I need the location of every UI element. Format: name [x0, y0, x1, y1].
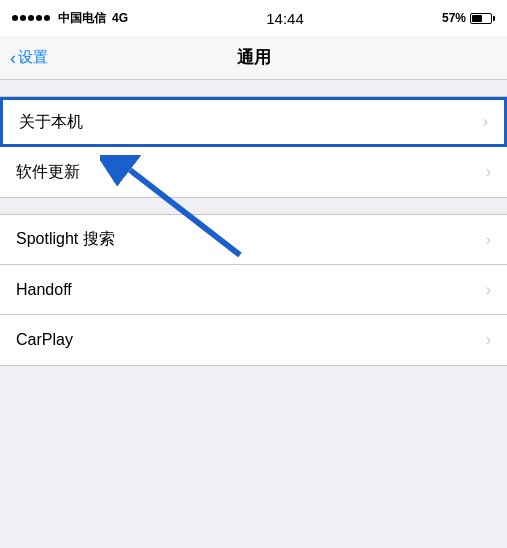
- row-about-label: 关于本机: [19, 112, 83, 133]
- row-spotlight-label: Spotlight 搜索: [16, 229, 115, 250]
- back-label: 设置: [18, 48, 48, 67]
- row-update-chevron-icon: ›: [486, 163, 491, 181]
- row-update[interactable]: 软件更新 ›: [0, 147, 507, 197]
- back-button[interactable]: ‹ 设置: [10, 48, 48, 67]
- status-right: 57%: [442, 11, 495, 25]
- section-1: 关于本机 › 软件更新 ›: [0, 96, 507, 198]
- page-title: 通用: [237, 46, 271, 69]
- row-spotlight-chevron-icon: ›: [486, 231, 491, 249]
- row-handoff-chevron-icon: ›: [486, 281, 491, 299]
- signal-icon: [12, 15, 50, 21]
- row-about[interactable]: 关于本机 ›: [0, 97, 507, 147]
- battery-percent: 57%: [442, 11, 466, 25]
- back-chevron-icon: ‹: [10, 49, 16, 67]
- carrier-label: 中国电信: [58, 10, 106, 27]
- status-bar: 中国电信 4G 14:44 57%: [0, 0, 507, 36]
- row-carplay-label: CarPlay: [16, 331, 73, 349]
- section-2: Spotlight 搜索 › Handoff › CarPlay ›: [0, 214, 507, 366]
- row-handoff[interactable]: Handoff ›: [0, 265, 507, 315]
- row-carplay[interactable]: CarPlay ›: [0, 315, 507, 365]
- row-carplay-chevron-icon: ›: [486, 331, 491, 349]
- battery-icon: [470, 13, 495, 24]
- row-update-label: 软件更新: [16, 162, 80, 183]
- row-handoff-label: Handoff: [16, 281, 72, 299]
- status-left: 中国电信 4G: [12, 10, 128, 27]
- navigation-bar: ‹ 设置 通用: [0, 36, 507, 80]
- time-label: 14:44: [266, 10, 304, 27]
- network-label: 4G: [112, 11, 128, 25]
- row-spotlight[interactable]: Spotlight 搜索 ›: [0, 215, 507, 265]
- row-about-chevron-icon: ›: [483, 113, 488, 131]
